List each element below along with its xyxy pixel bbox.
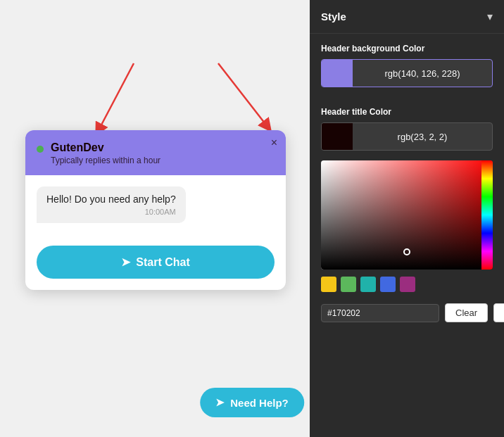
chat-message-text: Hello! Do you need any help? (46, 194, 176, 205)
chat-footer: ➤ Start Chat (25, 239, 286, 290)
style-panel-header: Style ▾ (310, 0, 504, 34)
need-help-label: Need Help? (230, 397, 289, 409)
ok-button[interactable]: OK (493, 303, 504, 322)
swatch-yellow[interactable] (321, 277, 336, 292)
swatch-teal[interactable] (360, 277, 376, 292)
chevron-down-icon[interactable]: ▾ (487, 10, 493, 23)
send-icon: ➤ (121, 255, 130, 269)
chat-message-time: 10:00AM (46, 208, 176, 216)
swatch-green[interactable] (341, 277, 356, 292)
start-chat-label: Start Chat (136, 256, 189, 269)
chat-close-button[interactable]: × (271, 137, 277, 148)
chat-agent-name: GutenDev (51, 141, 275, 154)
header-bg-color-swatch[interactable] (322, 60, 353, 87)
chat-widget: GutenDev Typically replies within a hour… (25, 130, 286, 290)
header-title-color-row[interactable]: rgb(23, 2, 2) (321, 122, 493, 151)
header-title-color-swatch[interactable] (322, 123, 353, 150)
chat-header: GutenDev Typically replies within a hour… (25, 130, 286, 175)
header-title-color-value: rgb(23, 2, 2) (353, 132, 492, 142)
online-indicator (37, 146, 44, 153)
header-title-color-label: Header title Color (310, 97, 504, 122)
swatch-blue[interactable] (380, 277, 396, 292)
hex-input[interactable] (321, 304, 439, 322)
right-panel: Style ▾ Header background Color rgb(140,… (310, 0, 504, 437)
chat-body: Hello! Do you need any help? 10:00AM (25, 175, 286, 239)
header-bg-color-value: rgb(140, 126, 228) (353, 68, 492, 79)
swatch-purple[interactable] (400, 277, 415, 292)
rainbow-slider[interactable] (481, 160, 493, 270)
header-bg-color-label: Header background Color (310, 34, 504, 59)
picker-footer: Clear OK (310, 299, 504, 329)
start-chat-button[interactable]: ➤ Start Chat (37, 246, 275, 279)
header-bg-color-row[interactable]: rgb(140, 126, 228) (321, 59, 493, 87)
clear-button[interactable]: Clear (445, 303, 488, 322)
need-help-button[interactable]: ➤ Need Help? (200, 388, 304, 417)
swatches-row (310, 270, 504, 299)
color-gradient[interactable] (321, 160, 493, 270)
style-panel-title: Style (321, 11, 346, 23)
chat-header-info: GutenDev Typically replies within a hour (51, 141, 275, 165)
chat-agent-status: Typically replies within a hour (51, 156, 275, 165)
send-icon-2: ➤ (215, 396, 225, 409)
chat-message-bubble: Hello! Do you need any help? 10:00AM (37, 186, 186, 223)
color-cursor (403, 248, 410, 255)
color-picker[interactable] (321, 160, 493, 270)
